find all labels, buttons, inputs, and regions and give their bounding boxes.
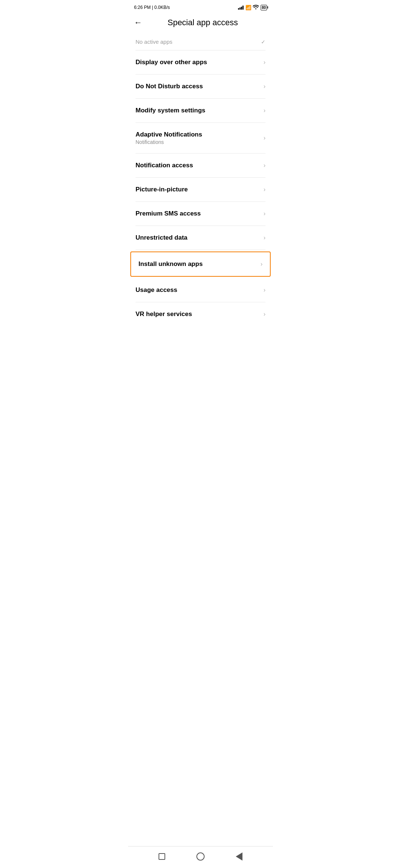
item-title-unrestricted-data: Unrestricted data — [136, 234, 188, 241]
chevron-icon-install-unknown-apps: › — [261, 261, 263, 267]
chevron-icon-vr-helper-services: › — [264, 311, 265, 318]
battery-icon: 80 — [261, 5, 267, 10]
settings-list: Display over other apps›Do Not Disturb a… — [128, 50, 273, 326]
item-title-notification-access: Notification access — [136, 162, 193, 169]
signal-icon — [238, 5, 244, 10]
item-title-display-over-other-apps: Display over other apps — [136, 59, 207, 66]
item-title-adaptive-notifications: Adaptive Notifications — [136, 131, 202, 138]
chevron-icon-do-not-disturb: › — [264, 83, 265, 90]
chevron-icon-premium-sms-access: › — [264, 210, 265, 217]
no-active-apps-label: No active apps — [136, 39, 172, 45]
chevron-icon-modify-system-settings: › — [264, 107, 265, 114]
item-title-picture-in-picture: Picture-in-picture — [136, 186, 188, 193]
page-title: Special app access — [150, 18, 256, 27]
back-button[interactable]: ← — [134, 18, 142, 27]
chevron-icon-picture-in-picture: › — [264, 186, 265, 193]
status-time-network: 6:26 PM | 0.0KB/s — [134, 5, 170, 10]
list-item-adaptive-notifications[interactable]: Adaptive NotificationsNotifications› — [128, 123, 273, 153]
item-title-vr-helper-services: VR helper services — [136, 310, 192, 318]
item-title-usage-access: Usage access — [136, 286, 177, 294]
item-title-modify-system-settings: Modify system settings — [136, 107, 205, 114]
status-icons: 📶 80 — [238, 5, 267, 10]
chevron-icon-display-over-other-apps: › — [264, 59, 265, 66]
list-item-usage-access[interactable]: Usage access› — [128, 278, 273, 302]
list-item-picture-in-picture[interactable]: Picture-in-picture› — [128, 178, 273, 201]
status-bar: 6:26 PM | 0.0KB/s 📶 80 — [128, 0, 273, 13]
chevron-icon-notification-access: › — [264, 162, 265, 169]
list-item-install-unknown-apps[interactable]: Install unknown apps› — [130, 251, 271, 277]
chevron-icon-usage-access: › — [264, 287, 265, 293]
item-subtitle-adaptive-notifications: Notifications — [136, 139, 202, 145]
list-item-unrestricted-data[interactable]: Unrestricted data› — [128, 226, 273, 250]
item-title-premium-sms-access: Premium SMS access — [136, 210, 201, 217]
no-active-apps-row: No active apps ✓ — [128, 33, 273, 50]
list-item-notification-access[interactable]: Notification access› — [128, 154, 273, 177]
list-item-vr-helper-services[interactable]: VR helper services› — [128, 302, 273, 326]
list-item-do-not-disturb[interactable]: Do Not Disturb access› — [128, 75, 273, 98]
list-item-display-over-other-apps[interactable]: Display over other apps› — [128, 50, 273, 74]
chevron-icon-unrestricted-data: › — [264, 234, 265, 241]
divider-7 — [136, 250, 265, 250]
wifi-icon: 📶 — [245, 5, 259, 10]
checkmark-icon: ✓ — [261, 39, 265, 45]
header: ← Special app access — [128, 13, 273, 33]
item-title-do-not-disturb: Do Not Disturb access — [136, 83, 203, 90]
list-item-modify-system-settings[interactable]: Modify system settings› — [128, 99, 273, 122]
list-item-premium-sms-access[interactable]: Premium SMS access› — [128, 202, 273, 226]
item-title-install-unknown-apps: Install unknown apps — [138, 260, 203, 268]
chevron-icon-adaptive-notifications: › — [264, 135, 265, 141]
